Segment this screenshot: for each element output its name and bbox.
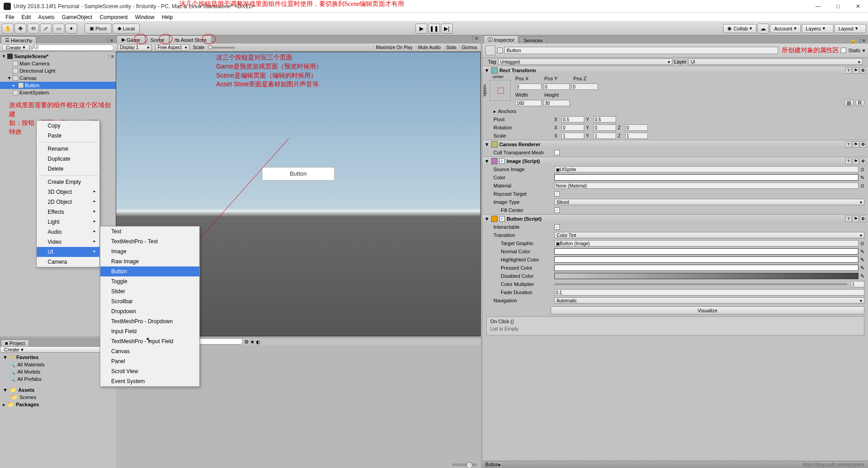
width-field[interactable] <box>515 100 542 106</box>
layout-dropdown[interactable]: Layout ▾ <box>834 24 866 33</box>
scene-root[interactable]: ▼SampleScene*⋮≡ <box>0 53 116 60</box>
search-filter-icon[interactable]: ⚙ <box>244 339 249 345</box>
posx-field[interactable] <box>515 84 542 90</box>
hierarchy-create[interactable]: Create ▾ <box>2 44 30 51</box>
transition-dd[interactable]: Color Tint▾ <box>554 232 864 238</box>
mute-audio[interactable]: Mute Audio <box>416 45 443 50</box>
fade-duration[interactable] <box>554 289 864 296</box>
rot-z[interactable] <box>625 124 648 131</box>
ctx-ui-panel[interactable]: Panel <box>100 356 199 366</box>
services-tab[interactable]: Services <box>519 37 547 44</box>
ui-button-preview[interactable]: Button <box>262 167 335 181</box>
ctx-ui-slider[interactable]: Slider <box>100 286 199 296</box>
ctx-3d-object[interactable]: 3D Object <box>37 187 99 197</box>
fav-models[interactable]: 🔍All Models <box>0 368 116 375</box>
ctx-ui-tmptext[interactable]: TextMeshPro - Text <box>100 236 199 246</box>
navigation-dd[interactable]: Automatic▾ <box>554 297 864 304</box>
color-mult-slider[interactable] <box>554 283 847 285</box>
ctx-ui-rawimage[interactable]: Raw Image <box>100 256 199 266</box>
image-header[interactable]: ▼✓Image (Script)?⚑⚙ <box>483 157 868 165</box>
raw-edit-icon[interactable]: R <box>855 100 864 106</box>
menu-edit[interactable]: Edit <box>18 13 35 21</box>
tab-assetstore[interactable]: 🛍 Asset Store <box>169 35 212 44</box>
inspector-tab[interactable]: ⓘ Inspector <box>483 35 518 44</box>
rot-x[interactable] <box>562 124 584 131</box>
ctx-ui-dropdown[interactable]: Dropdown <box>100 306 199 316</box>
layers-dropdown[interactable]: Layers ▾ <box>802 24 833 33</box>
gear-icon[interactable]: ⚙ <box>860 67 866 74</box>
image-type-dd[interactable]: Sliced▾ <box>554 199 864 205</box>
rect-tool-button[interactable]: ▭ <box>53 24 64 34</box>
ctx-ui-tmpdropdown[interactable]: TextMeshPro - Dropdown <box>100 316 199 326</box>
gizmos[interactable]: Gizmos <box>459 45 479 50</box>
tab-scene[interactable]: Scene <box>145 35 169 44</box>
local-toggle[interactable]: ◆ Local <box>113 24 140 34</box>
account-dropdown[interactable]: Account ▾ <box>770 24 801 33</box>
tree-item-light[interactable]: Directional Light <box>0 67 116 74</box>
pivot-y[interactable] <box>593 116 616 123</box>
project-create[interactable]: Create ▾ <box>0 346 116 353</box>
scale-y[interactable] <box>593 133 616 139</box>
assets-header[interactable]: ▼📁Assets <box>0 386 116 394</box>
blueprint-icon[interactable]: ⊞ <box>844 100 853 106</box>
scale-x[interactable] <box>562 133 584 139</box>
ctx-ui-text[interactable]: Text <box>100 227 199 236</box>
maximize-button[interactable]: □ <box>832 2 844 11</box>
step-button[interactable]: ▶| <box>441 24 453 34</box>
close-button[interactable]: ✕ <box>852 2 864 11</box>
transform-tool-button[interactable]: ✦ <box>65 24 77 34</box>
ctx-effects[interactable]: Effects <box>37 207 99 217</box>
height-field[interactable] <box>543 100 570 106</box>
pivot-x[interactable] <box>562 116 584 123</box>
asset-scenes[interactable]: 📁Scenes <box>0 394 116 401</box>
ctx-copy[interactable]: Copy <box>37 121 99 131</box>
cull-checkbox[interactable] <box>554 150 560 155</box>
ctx-delete[interactable]: Delete <box>37 164 99 174</box>
pressed-color[interactable] <box>554 265 858 271</box>
ctx-create-empty[interactable]: Create Empty <box>37 177 99 187</box>
ctx-duplicate[interactable]: Duplicate <box>37 154 99 164</box>
fill-center-checkbox[interactable]: ✓ <box>554 207 560 213</box>
tag-dropdown[interactable]: Untagged▾ <box>498 59 672 65</box>
layer-dropdown[interactable]: UI▾ <box>688 59 863 65</box>
ctx-ui-image[interactable]: Image <box>100 246 199 256</box>
image-color[interactable] <box>554 174 858 181</box>
ctx-ui-toggle[interactable]: Toggle <box>100 276 199 286</box>
ctx-ui-canvas[interactable]: Canvas <box>100 346 199 356</box>
normal-color[interactable] <box>554 248 858 255</box>
canvas-renderer-header[interactable]: ▼Canvas Renderer?⚑⚙ <box>483 140 868 148</box>
target-graphic[interactable]: ▣ Button (Image) <box>554 240 858 246</box>
ctx-paste[interactable]: Paste <box>37 131 99 141</box>
favorites-header[interactable]: ▼★Favorites <box>0 354 116 361</box>
static-checkbox[interactable] <box>841 48 846 53</box>
rot-y[interactable] <box>593 124 616 131</box>
pause-button[interactable]: ❚❚ <box>428 24 440 34</box>
raycast-checkbox[interactable]: ✓ <box>554 191 560 197</box>
ctx-camera[interactable]: Camera <box>37 257 99 267</box>
search-hidden-icon[interactable]: ◐ <box>256 339 261 345</box>
ctx-ui-button[interactable]: Button <box>100 266 199 276</box>
tree-item-camera[interactable]: Main Camera <box>0 60 116 67</box>
disabled-color[interactable] <box>554 273 858 279</box>
menu-file[interactable]: File <box>2 13 18 21</box>
packages-header[interactable]: ▸📁Packages <box>0 401 116 408</box>
ctx-video[interactable]: Video <box>37 237 99 247</box>
aspect-dropdown[interactable]: Free Aspect▾ <box>155 44 189 51</box>
grid-size-slider[interactable] <box>452 463 477 466</box>
fav-materials[interactable]: 🔍All Materials <box>0 361 116 368</box>
visualize-button[interactable]: Visualize <box>551 306 864 315</box>
menu-component[interactable]: Component <box>96 13 131 21</box>
minimize-button[interactable]: — <box>812 2 824 11</box>
object-name-field[interactable] <box>504 47 778 54</box>
ctx-ui[interactable]: UI <box>37 247 99 257</box>
posy-field[interactable] <box>543 84 570 90</box>
source-image-field[interactable]: ▣ UISprite <box>554 166 858 172</box>
ctx-ui-scrollview[interactable]: Scroll View <box>100 366 199 376</box>
tab-game[interactable]: ▶ Game <box>117 35 145 44</box>
onclick-box[interactable]: On Click () List is Empty <box>486 316 864 335</box>
rect-transform-header[interactable]: ▼Rect Transform ?⚑⚙ <box>483 66 868 74</box>
pivot-toggle[interactable]: ▣ Pivot <box>84 24 112 34</box>
material-field[interactable]: None (Material) <box>554 182 858 189</box>
scale-tool-button[interactable]: ⤢ <box>40 24 52 34</box>
project-tab[interactable]: ■ Project <box>1 340 29 346</box>
